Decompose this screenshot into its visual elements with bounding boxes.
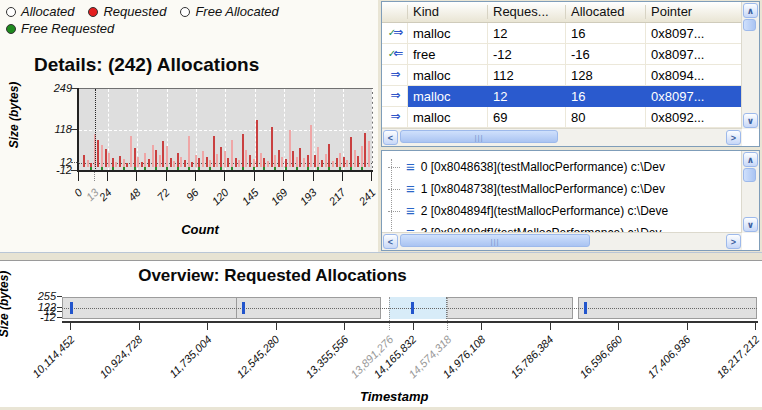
scroll-up-button[interactable]: ∧ [743, 3, 758, 18]
allocation-bar[interactable] [83, 155, 85, 168]
allocation-bar[interactable] [220, 147, 222, 167]
allocation-bar[interactable] [343, 157, 345, 167]
allocation-bar[interactable] [202, 151, 204, 167]
scrollbar-thumb[interactable]: ||| [400, 234, 590, 247]
allocation-bar[interactable] [299, 148, 301, 167]
scroll-right-button[interactable]: > [726, 130, 741, 145]
scroll-down-button[interactable]: ∨ [743, 217, 758, 232]
allocation-bar[interactable] [162, 141, 164, 167]
table-row[interactable]: ✓⇒malloc12160x8097... [382, 23, 742, 44]
table-row[interactable]: ⇒malloc69800x8092... [382, 107, 742, 128]
allocation-bar[interactable] [281, 157, 283, 167]
scroll-left-button[interactable]: < [383, 234, 398, 249]
timeline-marker[interactable] [584, 302, 587, 314]
allocation-bar[interactable] [242, 134, 244, 167]
allocation-bar[interactable] [292, 151, 294, 167]
allocation-bar[interactable] [105, 149, 107, 167]
allocation-bar[interactable] [166, 146, 168, 167]
details-plot-area[interactable] [78, 88, 373, 172]
allocation-bar[interactable] [191, 162, 193, 167]
allocation-bar[interactable] [361, 146, 363, 167]
table-row[interactable]: ⇒malloc1121280x8094... [382, 65, 742, 86]
allocation-bar[interactable] [307, 155, 309, 168]
timeline-marker[interactable] [411, 302, 414, 314]
allocation-bar[interactable] [213, 136, 215, 167]
allocation-bar[interactable] [314, 155, 316, 167]
allocation-bar[interactable] [170, 158, 172, 167]
allocation-bar[interactable] [155, 150, 157, 168]
column-header-Reques...[interactable]: Reques... [488, 2, 566, 22]
allocation-bar[interactable] [108, 153, 110, 167]
allocation-bar[interactable] [137, 157, 139, 167]
allocation-bar[interactable] [296, 157, 298, 167]
scrollbar-thumb[interactable]: ||| [400, 130, 558, 143]
scrollbar-thumb[interactable] [743, 168, 756, 182]
allocation-bar[interactable] [364, 133, 366, 168]
scroll-up-button[interactable]: ∧ [743, 152, 758, 167]
allocation-bar[interactable] [159, 155, 161, 168]
allocation-bar[interactable] [101, 145, 103, 168]
allocation-bar[interactable] [274, 155, 276, 168]
stack-vertical-scrollbar[interactable]: ∧ ∨ [741, 151, 759, 233]
legend-item-requested[interactable]: Requested [88, 4, 166, 19]
legend-item-free-allocated[interactable]: Free Allocated [180, 4, 278, 19]
allocation-bar[interactable] [339, 153, 341, 167]
column-header-icon[interactable] [382, 2, 408, 22]
allocation-bar[interactable] [325, 154, 327, 167]
allocation-bar[interactable] [368, 141, 370, 168]
stack-horizontal-scrollbar[interactable]: < ||| > [382, 232, 742, 250]
column-header-Pointer[interactable]: Pointer [646, 2, 742, 22]
allocation-bar[interactable] [321, 160, 323, 168]
table-horizontal-scrollbar[interactable]: < ||| > [382, 128, 742, 146]
stack-frame-item[interactable]: ≡2 [0x804894f](testMallocPerformance) c:… [388, 201, 668, 221]
allocation-bar[interactable] [144, 153, 146, 167]
table-row[interactable]: ⇒malloc12160x8097... [382, 86, 742, 107]
allocation-bar[interactable] [198, 158, 200, 167]
allocation-bar[interactable] [87, 160, 89, 167]
allocation-bar[interactable] [115, 162, 117, 168]
allocation-bar[interactable] [188, 136, 190, 167]
allocation-bar[interactable] [256, 120, 258, 167]
scroll-right-button[interactable]: > [726, 234, 741, 249]
timeline-marker[interactable] [242, 302, 245, 314]
allocation-bar[interactable] [209, 160, 211, 168]
allocation-bar[interactable] [141, 162, 143, 168]
overview-timeline-band[interactable] [62, 297, 757, 319]
allocation-bar[interactable] [227, 158, 229, 167]
table-row[interactable]: ✓⇐free-12-160x8097... [382, 44, 742, 65]
allocation-bar[interactable] [180, 157, 182, 167]
allocation-bar[interactable] [285, 159, 287, 167]
allocation-bar[interactable] [249, 155, 251, 167]
allocation-bar[interactable] [112, 158, 114, 167]
allocation-bar[interactable] [267, 161, 269, 167]
allocation-bar[interactable] [231, 140, 233, 168]
allocation-bar[interactable] [126, 163, 128, 167]
allocation-bar[interactable] [263, 158, 265, 167]
allocation-bar[interactable] [148, 159, 150, 167]
allocation-bar[interactable] [224, 151, 226, 167]
allocation-bar[interactable] [310, 125, 312, 167]
allocation-bar[interactable] [336, 158, 338, 167]
allocation-bar[interactable] [346, 160, 348, 167]
allocation-bar[interactable] [216, 154, 218, 167]
allocation-bar[interactable] [317, 147, 319, 167]
legend-item-free-requested[interactable]: Free Requested [6, 21, 114, 36]
scroll-left-button[interactable]: < [383, 130, 398, 145]
allocation-bar[interactable] [289, 130, 291, 167]
scroll-down-button[interactable]: ∨ [743, 113, 758, 128]
scrollbar-thumb[interactable] [743, 19, 756, 31]
allocation-bar[interactable] [123, 159, 125, 167]
allocation-bar[interactable] [271, 127, 273, 167]
allocation-bar[interactable] [119, 156, 121, 167]
allocation-bar[interactable] [173, 161, 175, 167]
allocation-bar[interactable] [206, 157, 208, 167]
allocation-bar[interactable] [357, 156, 359, 167]
allocation-bar[interactable] [177, 153, 179, 167]
allocation-bar[interactable] [245, 150, 247, 168]
allocation-bar[interactable] [235, 158, 237, 167]
allocation-bar[interactable] [134, 148, 136, 167]
table-vertical-scrollbar[interactable]: ∧ ∨ [741, 2, 759, 129]
allocation-bar[interactable] [184, 160, 186, 167]
allocation-bar[interactable] [350, 137, 352, 167]
allocation-bar[interactable] [195, 155, 197, 168]
